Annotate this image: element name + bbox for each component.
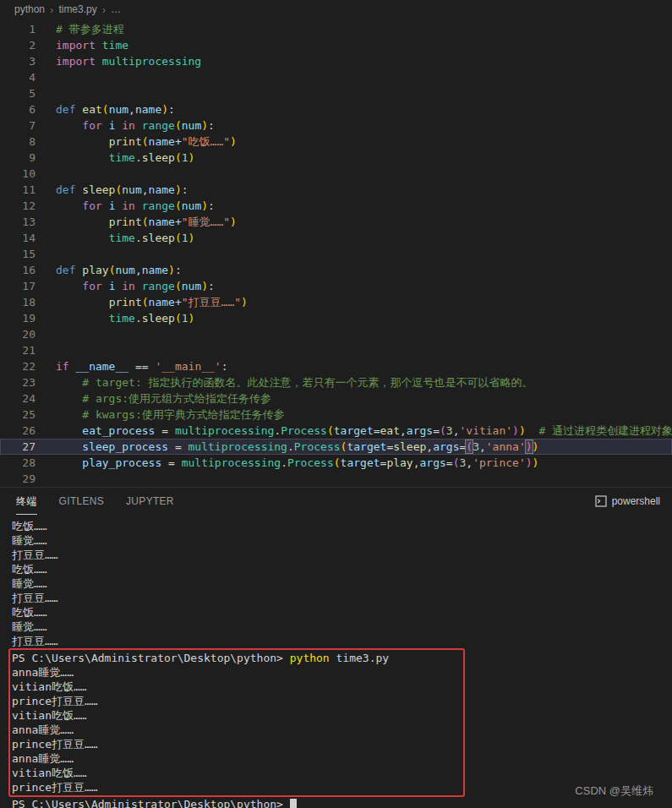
line-number[interactable]: 20 <box>0 326 36 342</box>
code-line[interactable]: 5 <box>0 85 672 101</box>
tab-terminal[interactable]: 终端 <box>16 488 37 515</box>
line-number[interactable]: 7 <box>0 117 36 134</box>
token: ( <box>175 119 182 132</box>
line-number[interactable]: 11 <box>0 182 36 198</box>
token: . <box>135 312 142 325</box>
code-line[interactable]: 11def sleep(num,name): <box>0 182 672 198</box>
code-line[interactable]: 4 <box>0 69 672 85</box>
token: : <box>182 183 188 196</box>
code-line[interactable]: 18 print(name+"打豆豆……") <box>0 294 672 310</box>
token: + <box>175 135 182 148</box>
line-number[interactable]: 1 <box>0 21 36 37</box>
code-line[interactable]: 26 eat_process = multiprocessing.Process… <box>0 423 672 439</box>
token <box>56 135 109 148</box>
token: ) <box>175 183 182 196</box>
line-number[interactable]: 4 <box>0 69 36 85</box>
token: . <box>135 232 142 244</box>
shell-selector[interactable]: powershell <box>595 495 660 507</box>
code-line[interactable]: 28 play_process = multiprocessing.Proces… <box>0 455 672 471</box>
token: 打豆豆…… <box>12 549 58 561</box>
terminal-boxed: PS C:\Users\Administrator\Desktop\python… <box>12 651 463 794</box>
line-number[interactable]: 16 <box>0 262 36 278</box>
code-line[interactable]: 6def eat(num,name): <box>0 101 672 117</box>
code-line[interactable]: 14 time.sleep(1) <box>0 230 672 246</box>
code-text: import multiprocessing <box>56 53 201 69</box>
token: print <box>109 216 142 228</box>
token <box>175 456 182 469</box>
token: eat_process <box>82 424 155 437</box>
line-number[interactable]: 23 <box>0 374 36 390</box>
line-number[interactable]: 25 <box>0 407 36 423</box>
code-line[interactable]: 3import multiprocessing <box>0 53 672 69</box>
token <box>161 456 168 469</box>
terminal-line: anna睡觉…… <box>12 723 463 737</box>
line-number[interactable]: 9 <box>0 150 36 166</box>
line-number[interactable]: 28 <box>0 455 36 471</box>
code-line[interactable]: 12 for i in range(num): <box>0 198 672 214</box>
code-line[interactable]: 17 for i in range(num): <box>0 278 672 294</box>
code-line[interactable]: 20 <box>0 326 672 342</box>
token: # 通过进程类创建进程对象 <box>538 424 672 437</box>
line-number[interactable]: 17 <box>0 278 36 294</box>
token: args <box>420 456 446 469</box>
line-number[interactable]: 10 <box>0 166 36 182</box>
line-number[interactable]: 27 <box>0 439 36 455</box>
code-line[interactable]: 1# 带参多进程 <box>0 21 672 37</box>
code-line[interactable]: 9 time.sleep(1) <box>0 150 672 166</box>
code-line[interactable]: 22if __name__ == '__main__': <box>0 358 672 374</box>
code-line[interactable]: 7 for i in range(num): <box>0 117 672 134</box>
code-line[interactable]: 24 # args:使用元组方式给指定任务传参 <box>0 390 672 407</box>
line-number[interactable]: 19 <box>0 310 36 326</box>
line-number[interactable]: 3 <box>0 53 36 69</box>
code-text: print(name+"打豆豆……") <box>56 294 248 310</box>
line-number[interactable]: 29 <box>0 471 36 487</box>
line-number[interactable]: 6 <box>0 101 36 117</box>
token: 打豆豆…… <box>12 592 58 604</box>
terminal-line: prince打豆豆…… <box>12 780 463 794</box>
code-line[interactable]: 2import time <box>0 37 672 53</box>
line-number[interactable]: 13 <box>0 214 36 230</box>
code-line[interactable]: 16def play(num,name): <box>0 262 672 278</box>
line-number[interactable]: 24 <box>0 390 36 407</box>
tab-jupyter[interactable]: JUPYTER <box>126 488 174 515</box>
token: play <box>82 264 108 276</box>
shell-selector-label[interactable]: powershell <box>612 495 660 507</box>
breadcrumb-item-file[interactable]: time3.py <box>58 3 96 15</box>
code-line[interactable]: 27 sleep_process = multiprocessing.Proce… <box>0 439 672 455</box>
line-number[interactable]: 22 <box>0 358 36 374</box>
token: + <box>175 296 182 308</box>
code-line[interactable]: 29 <box>0 471 672 487</box>
token: ( <box>334 456 341 469</box>
line-number[interactable]: 26 <box>0 423 36 439</box>
token: for <box>82 280 101 292</box>
token: ) <box>533 456 539 469</box>
code-line[interactable]: 25 # kwargs:使用字典方式给指定任务传参 <box>0 407 672 423</box>
code-line[interactable]: 19 time.sleep(1) <box>0 310 672 326</box>
code-line[interactable]: 13 print(name+"睡觉……") <box>0 214 672 230</box>
line-number[interactable]: 12 <box>0 198 36 214</box>
line-number[interactable]: 21 <box>0 342 36 358</box>
line-number[interactable]: 15 <box>0 246 36 262</box>
code-line[interactable]: 15 <box>0 246 672 262</box>
code-line[interactable]: 8 print(name+"吃饭……") <box>0 134 672 150</box>
breadcrumb-item-folder[interactable]: python <box>14 3 45 15</box>
line-number[interactable]: 18 <box>0 294 36 310</box>
token: time <box>102 39 128 52</box>
code-editor[interactable]: 1# 带参多进程2import time3import multiprocess… <box>0 19 672 487</box>
tab-gitlens[interactable]: GITLENS <box>59 488 104 515</box>
chevron-right-icon: › <box>50 3 53 16</box>
line-number[interactable]: 5 <box>0 85 36 101</box>
line-number[interactable]: 2 <box>0 37 36 53</box>
line-number[interactable]: 14 <box>0 230 36 246</box>
line-number[interactable]: 8 <box>0 134 36 150</box>
breadcrumb-item-symbol[interactable]: … <box>111 3 121 15</box>
token: ) <box>526 440 533 453</box>
token <box>56 199 82 212</box>
terminal-line: 吃饭…… <box>12 519 672 533</box>
terminal[interactable]: 吃饭……睡觉……打豆豆……吃饭……睡觉……打豆豆……吃饭……睡觉……打豆豆…… … <box>0 515 672 808</box>
token: # target: 指定执行的函数名。此处注意，若只有一个元素，那个逗号也是不可… <box>82 376 533 389</box>
token: Process <box>287 456 334 469</box>
code-line[interactable]: 10 <box>0 166 672 182</box>
code-line[interactable]: 21 <box>0 342 672 358</box>
code-line[interactable]: 23 # target: 指定执行的函数名。此处注意，若只有一个元素，那个逗号也… <box>0 374 672 390</box>
